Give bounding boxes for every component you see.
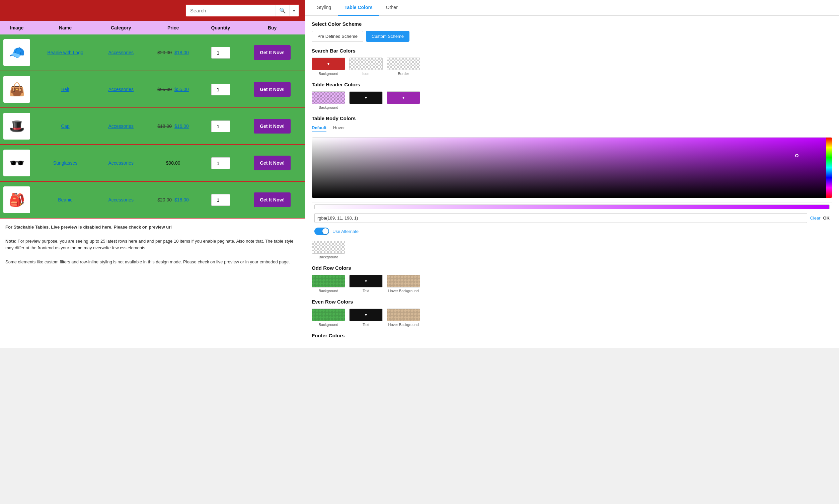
price-sale[interactable]: $55.00 bbox=[175, 87, 189, 92]
quantity-input[interactable] bbox=[211, 157, 230, 169]
footer-colors-title: Footer Colors bbox=[312, 332, 832, 338]
even-bg-swatch[interactable] bbox=[312, 309, 345, 321]
odd-hover-swatch[interactable] bbox=[387, 275, 420, 287]
table-row: 🧢Beanie with LogoAccessories$20.00 $18.0… bbox=[0, 34, 305, 71]
search-bg-swatch-item: ▾ Background bbox=[312, 57, 345, 76]
product-name-link[interactable]: Cap bbox=[61, 124, 70, 129]
body-bg-swatch[interactable] bbox=[312, 241, 345, 254]
price-original: $20.00 bbox=[157, 50, 172, 55]
use-alternate-toggle[interactable] bbox=[315, 228, 329, 235]
inline-note: Some elements like custom filters and ro… bbox=[5, 259, 299, 266]
search-bar-container: 🔍 ▾ bbox=[0, 0, 305, 21]
tab-table-colors[interactable]: Table Colors bbox=[338, 0, 379, 16]
scheme-buttons-row: Pre Defined Scheme Custom Scheme bbox=[312, 31, 832, 42]
sub-tab-default[interactable]: Default bbox=[312, 125, 326, 132]
even-hover-label: Hover Background bbox=[388, 323, 418, 327]
body-bg-swatch-row: Background bbox=[312, 241, 832, 259]
left-panel: 🔍 ▾ Image Name Category Price Quantity B… bbox=[0, 0, 305, 348]
clear-button[interactable]: Clear bbox=[810, 216, 820, 220]
odd-text-label: Text bbox=[362, 289, 369, 293]
gradient-area[interactable] bbox=[312, 138, 826, 198]
search-dropdown-button[interactable]: ▾ bbox=[289, 5, 299, 16]
even-hover-swatch[interactable] bbox=[387, 309, 420, 321]
even-bg-label: Background bbox=[319, 323, 338, 327]
hue-bar[interactable] bbox=[826, 138, 832, 198]
quantity-input[interactable] bbox=[211, 194, 230, 206]
buy-button[interactable]: Get It Now! bbox=[254, 156, 291, 170]
header-text-swatch[interactable]: ▾ bbox=[349, 91, 383, 104]
buy-button[interactable]: Get It Now! bbox=[254, 119, 291, 133]
buy-button[interactable]: Get It Now! bbox=[254, 82, 291, 97]
odd-bg-swatch[interactable] bbox=[312, 275, 345, 287]
product-quantity-cell bbox=[201, 181, 240, 218]
color-picker-wrapper bbox=[312, 137, 832, 198]
product-category-cell: Accessories bbox=[97, 34, 145, 71]
buy-button[interactable]: Get It Now! bbox=[254, 193, 291, 207]
product-name-link[interactable]: Beanie bbox=[58, 197, 73, 202]
odd-text-swatch[interactable]: ▾ bbox=[349, 275, 383, 287]
chevron-icon: ▾ bbox=[365, 95, 367, 100]
price-sale[interactable]: $18.00 bbox=[175, 50, 189, 55]
header-border-swatch-item: ▾ bbox=[387, 91, 420, 109]
product-icon: 🕶️ bbox=[9, 156, 25, 170]
product-quantity-cell bbox=[201, 71, 240, 108]
even-row-color-row: Background ▾ Text Hover Background bbox=[312, 309, 832, 327]
header-border-swatch[interactable]: ▾ bbox=[387, 91, 420, 104]
even-hover-swatch-item: Hover Background bbox=[387, 309, 420, 327]
quantity-input[interactable] bbox=[211, 47, 230, 58]
product-name-link[interactable]: Beanie with Logo bbox=[47, 50, 83, 55]
odd-row-color-row: Background ▾ Text Hover Background bbox=[312, 275, 832, 293]
price-regular: $90.00 bbox=[166, 160, 180, 166]
quantity-input[interactable] bbox=[211, 84, 230, 95]
col-header-quantity: Quantity bbox=[201, 21, 240, 34]
color-value-input[interactable] bbox=[315, 213, 807, 223]
product-category-link[interactable]: Accessories bbox=[108, 197, 133, 202]
ok-button[interactable]: OK bbox=[823, 216, 830, 220]
table-row: 🎒BeanieAccessories$20.00 $18.00Get It No… bbox=[0, 181, 305, 218]
tab-styling[interactable]: Styling bbox=[310, 0, 338, 16]
odd-bg-swatch-item: Background bbox=[312, 275, 345, 293]
table-header-colors-title: Table Header Colors bbox=[312, 82, 832, 87]
search-icon-swatch[interactable] bbox=[349, 57, 383, 70]
product-name-link[interactable]: Belt bbox=[61, 87, 69, 92]
search-bg-swatch[interactable]: ▾ bbox=[312, 57, 345, 70]
search-bg-label: Background bbox=[319, 72, 338, 76]
product-image-cell-wrapper: 🎒 bbox=[0, 181, 34, 218]
alpha-bar[interactable] bbox=[315, 204, 829, 209]
search-border-swatch[interactable] bbox=[387, 57, 420, 70]
buy-button[interactable]: Get It Now! bbox=[254, 45, 291, 60]
product-category-link[interactable]: Accessories bbox=[108, 50, 133, 55]
chevron-icon: ▾ bbox=[327, 61, 329, 66]
predefined-scheme-button[interactable]: Pre Defined Scheme bbox=[312, 31, 363, 42]
odd-row-colors-title: Odd Row Colors bbox=[312, 265, 832, 271]
search-button[interactable]: 🔍 bbox=[275, 5, 289, 16]
odd-hover-swatch-item: Hover Background bbox=[387, 275, 420, 293]
header-bg-swatch-item: Background bbox=[312, 91, 345, 109]
even-bg-swatch-item: Background bbox=[312, 309, 345, 327]
custom-scheme-button[interactable]: Custom Scheme bbox=[366, 31, 409, 42]
even-text-swatch[interactable]: ▾ bbox=[349, 309, 383, 321]
product-name-link[interactable]: Sunglasses bbox=[53, 160, 77, 166]
product-name-cell: Beanie with Logo bbox=[34, 34, 97, 71]
price-sale[interactable]: $16.00 bbox=[175, 124, 189, 129]
table-row: 🕶️SunglassesAccessories$90.00Get It Now! bbox=[0, 145, 305, 181]
product-category-link[interactable]: Accessories bbox=[108, 87, 133, 92]
product-price-cell: $65.00 $55.00 bbox=[145, 71, 201, 108]
chevron-icon: ▾ bbox=[365, 312, 367, 317]
search-input[interactable] bbox=[186, 5, 275, 16]
product-buy-cell: Get It Now! bbox=[240, 34, 305, 71]
quantity-input[interactable] bbox=[211, 121, 230, 132]
header-bg-swatch[interactable] bbox=[312, 91, 345, 104]
tab-other[interactable]: Other bbox=[379, 0, 405, 16]
sub-tab-hover[interactable]: Hover bbox=[333, 125, 345, 132]
body-sub-tabs: Default Hover bbox=[312, 125, 832, 133]
product-category-link[interactable]: Accessories bbox=[108, 160, 133, 166]
product-icon: 🧢 bbox=[9, 45, 25, 60]
product-category-cell: Accessories bbox=[97, 145, 145, 181]
price-sale[interactable]: $18.00 bbox=[175, 197, 189, 202]
toggle-knob bbox=[322, 228, 328, 234]
odd-hover-label: Hover Background bbox=[388, 289, 418, 293]
chevron-down-icon: ▾ bbox=[293, 8, 295, 13]
col-header-price: Price bbox=[145, 21, 201, 34]
product-category-link[interactable]: Accessories bbox=[108, 124, 133, 129]
